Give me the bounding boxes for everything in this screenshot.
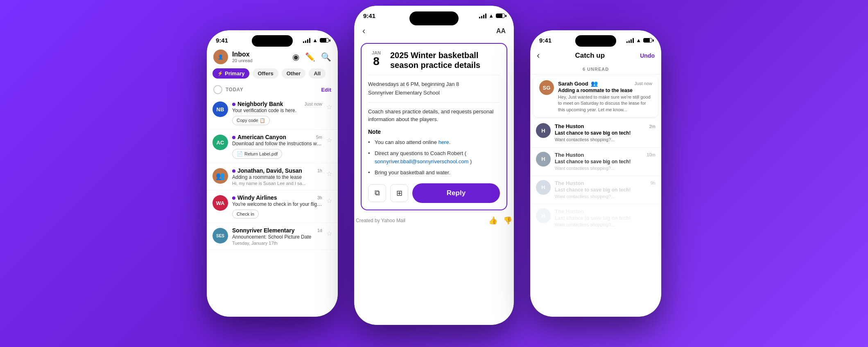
back-button[interactable]: ‹: [362, 26, 365, 36]
section-header: TODAY Edit: [207, 83, 338, 97]
reply-button[interactable]: Reply: [412, 183, 500, 203]
bullet-text: Direct any questions to Coach Robert (: [375, 150, 466, 156]
compose-icon[interactable]: ✏️: [305, 52, 315, 62]
edit-button[interactable]: Edit: [321, 87, 331, 93]
email-item[interactable]: SES Sonnyriver Elementary 1d Announcemen…: [207, 223, 338, 250]
left-phone: 9:41 ▲ 👤 Inbox 20 unread ◉ ✏️: [207, 30, 338, 317]
section-label: TODAY: [226, 87, 243, 92]
unread-dot: [232, 169, 235, 173]
email-item[interactable]: AC American Canyon 5m Download and follo…: [207, 130, 338, 163]
catchup-item-active[interactable]: SG Sarah Good 👥 Just now Adding a roomma…: [533, 76, 658, 117]
add-button[interactable]: ⊞: [390, 184, 408, 202]
tab-offers[interactable]: Offers: [253, 68, 278, 79]
inbox-subtitle: 20 unread: [232, 58, 292, 63]
sender-name: Sonnyriver Elementary: [232, 227, 295, 234]
sender-name: The Huston: [555, 152, 584, 158]
sender-name: Sarah Good 👥: [558, 80, 598, 87]
bullet-item: You can also attend online here.: [368, 138, 500, 146]
sender-name: Windy Airlines: [232, 194, 277, 201]
sender-row: Windy Airlines 3h: [232, 194, 322, 201]
catchup-item[interactable]: H The Huston 10m Last chance to save big…: [530, 148, 661, 176]
email-date-header: Jan 8 2025 Winter basketball season prac…: [368, 50, 500, 70]
star-icon[interactable]: ☆: [326, 103, 332, 111]
check-circle[interactable]: [213, 85, 222, 94]
sender-row: Sarah Good 👥 Just now: [558, 80, 652, 87]
pdf-chip[interactable]: 📄 Return Label.pdf: [232, 149, 282, 159]
email-subject: Adding a roommate to the lease: [232, 174, 322, 180]
email-subject: Announcement: School Picture Date: [232, 234, 322, 240]
back-button-right[interactable]: ‹: [537, 50, 540, 61]
bullet-suffix: .: [449, 139, 451, 145]
email-subject: Adding a roommate to the lease: [558, 88, 652, 93]
email-preview: Want contactless shopping?...: [555, 165, 656, 171]
email-preview: Want contactless shopping?...: [555, 194, 656, 200]
email-link[interactable]: sonnyriver.bball@sonnyriverschool.com: [375, 158, 468, 164]
bullet-text: You can also attend online: [375, 139, 439, 145]
sender-name: The Huston: [555, 180, 584, 186]
undo-button[interactable]: Undo: [640, 52, 655, 59]
checkin-chip[interactable]: Check in: [232, 210, 259, 219]
bullet-text: Bring your basketball and water.: [375, 169, 450, 176]
email-subject: Last chance to save big on tech!: [555, 159, 656, 164]
unread-dot: [232, 136, 235, 139]
catchup-content: The Huston Last chance to save big on te…: [555, 208, 656, 228]
email-item[interactable]: 👥 Jonathan, David, Susan 1h Adding a roo…: [207, 163, 338, 190]
email-content: Jonathan, David, Susan 1h Adding a roomm…: [232, 167, 322, 186]
email-content: Neighborly Bank Just now Your verificati…: [232, 101, 322, 125]
email-actions-bar: ⧉ ⊞ Reply: [368, 183, 500, 203]
here-link[interactable]: here: [439, 139, 449, 145]
catchup-content: The Huston 10m Last chance to save big o…: [555, 152, 656, 171]
catchup-avatar: SG: [539, 80, 554, 95]
email-preview: Tuesday, January 17th: [232, 241, 322, 246]
email-avatar: SES: [212, 228, 228, 243]
created-by: Created by Yahoo Mail 👍 👎: [354, 216, 514, 225]
sender-name: American Canyon: [232, 134, 286, 140]
star-icon[interactable]: ☆: [326, 197, 332, 205]
thumbs-up-icon[interactable]: 👍: [488, 216, 497, 225]
inbox-title: Inbox: [232, 51, 292, 58]
group-icon: 👥: [591, 80, 598, 87]
catchup-item[interactable]: H The Huston Last chance to save big on …: [530, 204, 661, 232]
copy-button[interactable]: ⧉: [368, 184, 386, 202]
email-subject: Last chance to save big on tech!: [555, 215, 656, 221]
star-icon[interactable]: ☆: [326, 136, 332, 144]
tab-primary[interactable]: Primary: [212, 68, 249, 79]
email-actions: 📄 Return Label.pdf: [232, 149, 322, 159]
email-time: 1h: [317, 168, 322, 173]
inbox-avatar[interactable]: 👤: [213, 50, 228, 64]
catchup-item[interactable]: H The Huston 2m Last chance to save big …: [530, 119, 661, 147]
aa-button[interactable]: AA: [496, 27, 506, 35]
status-icons-right: ▲: [626, 37, 652, 43]
dynamic-island-right: [575, 35, 616, 47]
bullet-suffix: ): [470, 158, 472, 164]
sender-name: Jonathan, David, Susan: [232, 167, 302, 174]
time-left: 9:41: [216, 37, 228, 44]
tab-other[interactable]: Other: [282, 68, 306, 79]
email-item[interactable]: NB Neighborly Bank Just now Your verific…: [207, 97, 338, 130]
time-center: 9:41: [363, 12, 375, 19]
tab-all[interactable]: All: [309, 68, 326, 79]
email-content: Sonnyriver Elementary 1d Announcement: S…: [232, 227, 322, 246]
copy-code-chip[interactable]: Copy code 📋: [232, 116, 270, 125]
catchup-avatar: H: [536, 152, 551, 167]
email-time: Just now: [635, 81, 652, 86]
dynamic-island-center: [409, 11, 459, 25]
email-meta: Wednesdays at 6 PM, beginning Jan 8 Sonn…: [368, 80, 500, 97]
email-avatar: 👥: [212, 168, 228, 184]
email-card: Jan 8 2025 Winter basketball season prac…: [361, 43, 507, 210]
email-time: 1d: [317, 228, 322, 233]
sender-row: American Canyon 5m: [232, 134, 322, 140]
search-icon[interactable]: 🔍: [321, 52, 331, 62]
divider: [368, 75, 500, 75]
email-body: Coach shares practice details, and reque…: [368, 108, 500, 124]
star-icon[interactable]: ☆: [326, 170, 332, 178]
yahoo-icon[interactable]: ◉: [292, 52, 299, 62]
star-icon[interactable]: ☆: [326, 230, 332, 237]
sender-row: The Huston 2m: [555, 123, 656, 129]
email-item[interactable]: WA Windy Airlines 3h You're welcome to c…: [207, 190, 338, 223]
catchup-avatar: H: [536, 180, 551, 195]
email-time: 5m: [316, 135, 322, 140]
thumbs-down-icon[interactable]: 👎: [503, 216, 512, 225]
sender-name: Neighborly Bank: [232, 101, 283, 107]
catchup-item[interactable]: H The Huston 9h Last chance to save big …: [530, 176, 661, 204]
